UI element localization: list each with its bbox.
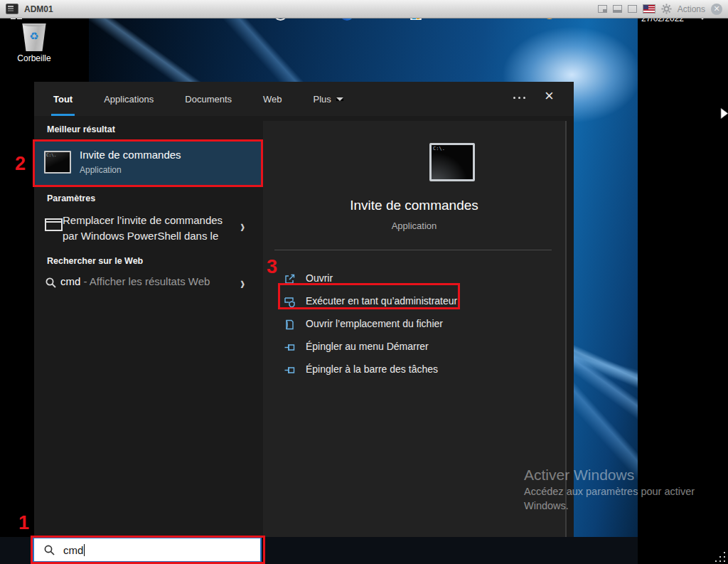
action-open[interactable]: Ouvrir: [263, 267, 565, 290]
recycle-bin[interactable]: ♻ Corbeille: [13, 21, 55, 63]
vm-viewer-titlebar: ADM01 Actions ✕: [0, 0, 728, 18]
search-input[interactable]: cmd: [33, 537, 262, 563]
action-pin-taskbar[interactable]: Épingler à la barre des tâches: [263, 358, 565, 381]
gear-icon[interactable]: [661, 4, 672, 14]
preview-app-subtitle: Application: [263, 220, 565, 231]
settings-window-icon: [45, 218, 63, 231]
action-run-as-admin[interactable]: Exécuter en tant qu’administrateur: [263, 290, 565, 313]
search-close-button[interactable]: ×: [545, 88, 554, 104]
action-pin-start[interactable]: Épingler au menu Démarrer: [263, 336, 565, 358]
result-web-cmd[interactable]: cmd - Afficher les résultats Web ›: [34, 272, 263, 301]
result-replace-cmd-powershell[interactable]: Remplacer l’invite de commandes par Wind…: [34, 208, 263, 252]
chevron-right-icon: ›: [240, 273, 245, 294]
action-open-file-location[interactable]: Ouvrir l’emplacement du fichier: [263, 313, 565, 336]
actions-menu-button[interactable]: Actions: [678, 4, 705, 14]
divider: [274, 250, 552, 250]
search-input-value: cmd: [63, 544, 83, 556]
result-invite-de-commandes[interactable]: Invite de commandes Application: [34, 140, 263, 187]
tab-web[interactable]: Web: [263, 82, 282, 116]
preview-pane: Invite de commandes Application Ouvrir E…: [263, 121, 567, 537]
tab-documents[interactable]: Documents: [185, 82, 232, 116]
result-title: Invite de commandes: [80, 149, 181, 161]
open-icon: [284, 273, 296, 285]
thumbnail-view-button[interactable]: [598, 5, 607, 13]
chevron-right-icon: ›: [240, 216, 245, 238]
admin-shield-icon: [284, 296, 296, 308]
preview-app-title: Invite de commandes: [263, 198, 565, 213]
tab-applications[interactable]: Applications: [104, 82, 154, 116]
resize-grip[interactable]: [715, 550, 728, 563]
search-icon: [43, 544, 55, 556]
file-location-icon: [284, 319, 296, 331]
close-icon[interactable]: ✕: [711, 4, 722, 15]
web-search-header: Rechercher sur le Web: [47, 256, 143, 266]
search-icon: [45, 277, 57, 289]
result-subtitle: Application: [80, 165, 122, 175]
search-filter-tabs: Tout Applications Documents Web Plus: [34, 82, 574, 116]
pin-icon: [284, 341, 296, 353]
text-caret: [84, 544, 85, 556]
mouse-cursor: [720, 107, 728, 121]
web-suffix: - Afficher les résultats Web: [80, 275, 210, 287]
console-window-icon: [6, 4, 18, 14]
cmd-icon: [44, 151, 71, 174]
fullscreen-button[interactable]: [628, 5, 637, 13]
chevron-down-icon: [336, 97, 343, 101]
search-flyout: Tout Applications Documents Web Plus × M…: [34, 82, 574, 537]
pin-icon: [284, 364, 296, 376]
web-query: cmd - Afficher les résultats Web: [60, 275, 210, 287]
search-options-button[interactable]: [513, 97, 525, 99]
settings-item-line1: Remplacer l’invite de commandes: [63, 214, 223, 226]
split-view-button[interactable]: [613, 5, 622, 13]
cmd-icon-large: [429, 143, 475, 181]
tab-plus[interactable]: Plus: [314, 82, 343, 116]
keyboard-layout-flag-icon[interactable]: [643, 4, 655, 14]
recycle-bin-label: Corbeille: [13, 53, 55, 63]
settings-item-line2: par Windows PowerShell dans le: [63, 230, 218, 242]
vm-title: ADM01: [24, 4, 53, 14]
settings-header: Paramètres: [47, 193, 95, 203]
tab-tout[interactable]: Tout: [53, 82, 73, 116]
best-match-header: Meilleur résultat: [47, 124, 115, 134]
